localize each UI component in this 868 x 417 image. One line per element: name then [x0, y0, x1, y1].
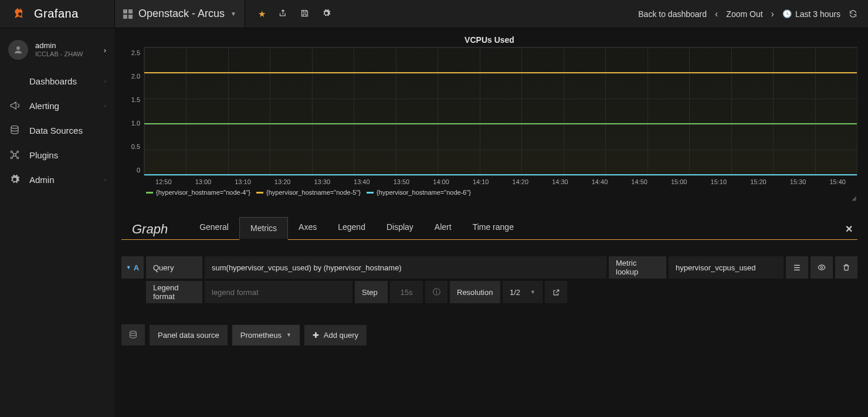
chevron-right-icon: ›: [104, 177, 106, 183]
legend-item[interactable]: {hypervisor_hostname="node-5"}: [256, 189, 361, 196]
refresh-icon[interactable]: [849, 9, 857, 18]
tab-metrics[interactable]: Metrics: [239, 217, 288, 240]
x-tick: 15:40: [818, 178, 857, 185]
time-range-picker[interactable]: 🕓 Last 3 hours: [782, 9, 840, 19]
series-line: [144, 72, 857, 73]
svg-point-0: [18, 12, 22, 16]
query-label: Query: [146, 256, 202, 279]
x-tick: 13:30: [302, 178, 342, 185]
x-tick: 13:00: [184, 178, 223, 185]
toolbar-icons: ★: [245, 9, 344, 19]
topbar-right: Back to dashboard ‹ Zoom Out › 🕓 Last 3 …: [638, 9, 868, 19]
tab-general[interactable]: General: [189, 216, 239, 239]
x-axis: 12:5013:0013:1013:2013:3013:4013:5014:00…: [144, 178, 857, 185]
x-tick: 14:30: [540, 178, 580, 185]
chart: 2.52.01.51.00.50: [121, 47, 857, 176]
legend-label: {hypervisor_hostname="node-6"}: [377, 189, 471, 196]
svg-point-2: [11, 126, 18, 129]
svg-point-9: [130, 331, 137, 333]
x-tick: 14:20: [500, 178, 540, 185]
chevron-left-icon[interactable]: ‹: [715, 9, 718, 19]
sidebar-item-datasources[interactable]: Data Sources: [0, 118, 114, 143]
sidebar-item-plugins[interactable]: Plugins: [0, 143, 114, 167]
zoom-out-button[interactable]: Zoom Out: [726, 9, 762, 19]
step-input[interactable]: [390, 281, 423, 303]
resolution-select[interactable]: 1/2▼: [503, 281, 542, 303]
sidebar-item-label: Data Sources: [29, 126, 106, 135]
sidebar: admin ICCLAB - ZHAW › Dashboards › Alert…: [0, 28, 114, 417]
datasource-select[interactable]: Prometheus▼: [232, 325, 300, 345]
tab-alert[interactable]: Alert: [424, 216, 462, 239]
x-tick: 13:40: [342, 178, 382, 185]
info-icon[interactable]: ⓘ: [425, 281, 447, 303]
y-tick: 1.5: [121, 96, 140, 103]
user-org: ICCLAB - ZHAW: [35, 50, 83, 59]
x-tick: 15:20: [738, 178, 778, 185]
x-tick: 14:50: [619, 178, 659, 185]
tab-display[interactable]: Display: [376, 216, 424, 239]
close-editor-icon[interactable]: ✕: [840, 219, 857, 239]
plus-icon: ✚: [313, 331, 319, 340]
legend-format-input[interactable]: [205, 281, 352, 303]
caret-down-icon: ▼: [230, 11, 236, 17]
legend-swatch-icon: [256, 192, 263, 194]
plot-area[interactable]: [144, 47, 857, 176]
x-tick: 14:00: [421, 178, 461, 185]
save-icon[interactable]: [300, 9, 309, 19]
back-to-dashboard-link[interactable]: Back to dashboard: [638, 9, 707, 19]
link-out-icon[interactable]: [545, 281, 567, 303]
share-icon[interactable]: [279, 9, 287, 19]
svg-point-5: [17, 151, 19, 152]
x-tick: 14:10: [461, 178, 501, 185]
legend-item[interactable]: {hypervisor_hostname="node-6"}: [367, 189, 471, 196]
gear-icon: [8, 174, 21, 185]
grafana-logo-icon: [12, 6, 28, 22]
svg-point-6: [11, 157, 12, 159]
tab-axes[interactable]: Axes: [288, 216, 327, 239]
metric-lookup-input[interactable]: [669, 256, 784, 279]
dashboards-icon: [8, 77, 21, 86]
x-tick: 15:10: [699, 178, 739, 185]
legend-swatch-icon: [367, 192, 374, 194]
step-label: Step: [355, 281, 388, 303]
svg-point-1: [16, 46, 20, 50]
chevron-right-icon: ›: [104, 46, 106, 55]
avatar-icon: [8, 40, 28, 60]
star-icon[interactable]: ★: [258, 9, 266, 19]
svg-point-8: [820, 266, 823, 269]
x-tick: 13:10: [223, 178, 263, 185]
trash-icon[interactable]: [835, 256, 857, 279]
brand-logo[interactable]: Grafana: [0, 6, 114, 22]
panel-title[interactable]: VCPUs Used: [121, 33, 857, 47]
user-name: admin: [35, 41, 83, 50]
query-row-toggle[interactable]: ▼A: [121, 256, 144, 279]
legend-item[interactable]: {hypervisor_hostname="node-4"}: [146, 189, 250, 196]
user-menu[interactable]: admin ICCLAB - ZHAW ›: [0, 36, 114, 69]
sidebar-item-alerting[interactable]: Alerting ›: [0, 93, 114, 118]
dashboards-icon: [123, 9, 133, 19]
chevron-right-icon: ›: [104, 103, 106, 109]
chevron-right-icon[interactable]: ›: [771, 9, 774, 19]
resolution-label: Resolution: [450, 281, 500, 303]
eye-icon[interactable]: [811, 256, 833, 279]
settings-gear-icon[interactable]: [322, 9, 331, 19]
panel-datasource-label: Panel data source: [150, 325, 228, 345]
query-expression-input[interactable]: [205, 256, 606, 279]
tab-legend[interactable]: Legend: [327, 216, 376, 239]
x-tick: 12:50: [144, 178, 184, 185]
panel-type-label: Graph: [121, 222, 189, 239]
sidebar-item-dashboards[interactable]: Dashboards ›: [0, 69, 114, 93]
x-tick: 13:50: [382, 178, 422, 185]
menu-icon[interactable]: ☰: [786, 256, 808, 279]
add-query-button[interactable]: ✚Add query: [304, 325, 367, 345]
query-editor: ▼A Query Metric lookup ☰ Legend format S…: [121, 240, 857, 345]
svg-point-7: [17, 157, 19, 159]
datasource-row: Panel data source Prometheus▼ ✚Add query: [121, 324, 857, 345]
sidebar-item-admin[interactable]: Admin ›: [0, 167, 114, 192]
dashboard-picker[interactable]: Openstack - Arcus ▼: [114, 0, 245, 28]
x-tick: 15:30: [778, 178, 818, 185]
chevron-right-icon: ›: [104, 78, 106, 84]
tab-time-range[interactable]: Time range: [462, 216, 524, 239]
time-range-label: Last 3 hours: [795, 9, 840, 19]
legend-label: {hypervisor_hostname="node-5"}: [266, 189, 361, 196]
